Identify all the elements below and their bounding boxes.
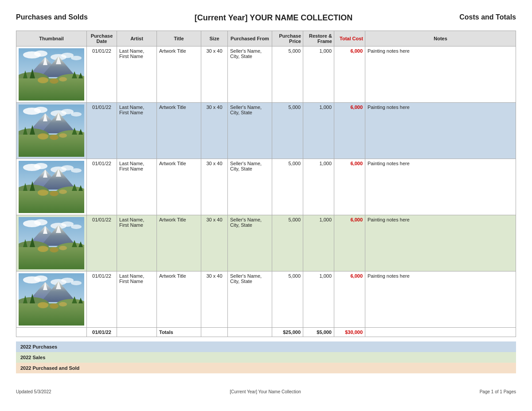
artwork-size: 30 x 40 bbox=[201, 103, 228, 159]
purchase-price: 5,000 bbox=[272, 215, 303, 271]
purchase-price: 5,000 bbox=[272, 271, 303, 328]
totals-date: 01/01/22 bbox=[87, 328, 117, 337]
svg-point-78 bbox=[50, 247, 59, 252]
artist-name: Last Name, First Name bbox=[117, 103, 157, 159]
totals-restore: $5,000 bbox=[303, 328, 334, 337]
totals-total: $30,000 bbox=[334, 328, 365, 337]
purchased-from: Seller's Name, City, State bbox=[228, 159, 272, 215]
header-center: [Current Year] YOUR NAME COLLECTION bbox=[88, 13, 459, 23]
total-cost: 6,000 bbox=[334, 215, 365, 271]
svg-point-18 bbox=[50, 78, 59, 84]
svg-point-59 bbox=[59, 190, 67, 194]
svg-point-38 bbox=[50, 135, 59, 140]
svg-point-77 bbox=[38, 246, 48, 252]
notes: Painting notes here bbox=[365, 215, 516, 271]
totals-from bbox=[228, 328, 272, 337]
svg-point-79 bbox=[59, 246, 67, 250]
purchase-date: 01/01/22 bbox=[87, 103, 117, 159]
purchased-from: Seller's Name, City, State bbox=[228, 47, 272, 103]
col-header-artist: Artist bbox=[117, 31, 157, 47]
col-header-size: Size bbox=[201, 31, 228, 47]
svg-point-65 bbox=[71, 225, 82, 229]
restore-frame: 1,000 bbox=[303, 271, 334, 328]
artist-name: Last Name, First Name bbox=[117, 271, 157, 328]
svg-point-17 bbox=[38, 77, 48, 83]
artwork-size: 30 x 40 bbox=[201, 271, 228, 328]
svg-point-25 bbox=[71, 112, 82, 116]
svg-point-57 bbox=[38, 190, 48, 196]
table-row: 01/01/22 Last Name, First Name Artwork T… bbox=[16, 271, 516, 328]
col-header-price: Purchase Price bbox=[272, 31, 303, 47]
summary-item: 2022 Purchases bbox=[16, 341, 516, 352]
restore-frame: 1,000 bbox=[303, 47, 334, 103]
summary-item: 2022 Purchased and Sold bbox=[16, 363, 516, 373]
artwork-title: Artwork Title bbox=[157, 47, 201, 103]
svg-point-62 bbox=[34, 219, 47, 225]
svg-point-39 bbox=[59, 133, 67, 138]
purchased-from: Seller's Name, City, State bbox=[228, 103, 272, 159]
purchase-price: 5,000 bbox=[272, 47, 303, 103]
purchase-price: 5,000 bbox=[272, 103, 303, 159]
totals-notes bbox=[365, 328, 516, 337]
col-header-thumbnail: Thumbnail bbox=[16, 31, 87, 47]
artwork-size: 30 x 40 bbox=[201, 47, 228, 103]
footer-right: Page 1 of 1 Pages bbox=[480, 389, 516, 394]
col-header-total: Total Cost bbox=[334, 31, 365, 47]
total-cost: 6,000 bbox=[334, 159, 365, 215]
col-header-date: Purchase Date bbox=[87, 31, 117, 47]
total-cost: 6,000 bbox=[334, 103, 365, 159]
thumbnail-cell bbox=[16, 271, 87, 328]
svg-point-99 bbox=[59, 302, 67, 306]
svg-point-22 bbox=[34, 107, 47, 113]
table-row: 01/01/22 Last Name, First Name Artwork T… bbox=[16, 215, 516, 271]
purchase-date: 01/01/22 bbox=[87, 47, 117, 103]
totals-label: Totals bbox=[157, 328, 201, 337]
col-header-restore: Restore & Frame bbox=[303, 31, 334, 47]
total-cost: 6,000 bbox=[334, 47, 365, 103]
table-row: 01/01/22 Last Name, First Name Artwork T… bbox=[16, 103, 516, 159]
artwork-size: 30 x 40 bbox=[201, 159, 228, 215]
svg-point-97 bbox=[38, 302, 48, 308]
artwork-title: Artwork Title bbox=[157, 271, 201, 328]
notes: Painting notes here bbox=[365, 47, 516, 103]
notes: Painting notes here bbox=[365, 103, 516, 159]
thumbnail-cell bbox=[16, 159, 87, 215]
notes: Painting notes here bbox=[365, 159, 516, 215]
svg-point-37 bbox=[38, 133, 48, 140]
purchase-price: 5,000 bbox=[272, 159, 303, 215]
thumbnail-cell bbox=[16, 215, 87, 271]
total-cost: 6,000 bbox=[334, 271, 365, 328]
totals-thumb bbox=[16, 328, 87, 337]
col-header-notes: Notes bbox=[365, 31, 516, 47]
svg-point-2 bbox=[34, 50, 47, 57]
restore-frame: 1,000 bbox=[303, 215, 334, 271]
artwork-title: Artwork Title bbox=[157, 103, 201, 159]
main-table: Thumbnail Purchase Date Artist Title Siz… bbox=[16, 31, 516, 337]
artwork-size: 30 x 40 bbox=[201, 215, 228, 271]
summary-item: 2022 Sales bbox=[16, 352, 516, 363]
artist-name: Last Name, First Name bbox=[117, 47, 157, 103]
table-row: 01/01/22 Last Name, First Name Artwork T… bbox=[16, 159, 516, 215]
purchase-date: 01/01/22 bbox=[87, 215, 117, 271]
thumbnail-cell bbox=[16, 47, 87, 103]
col-header-from: Purchased From bbox=[228, 31, 272, 47]
totals-size bbox=[201, 328, 228, 337]
restore-frame: 1,000 bbox=[303, 159, 334, 215]
purchased-from: Seller's Name, City, State bbox=[228, 215, 272, 271]
svg-point-45 bbox=[71, 168, 82, 173]
svg-point-5 bbox=[71, 56, 82, 60]
totals-price: $25,000 bbox=[272, 328, 303, 337]
svg-point-85 bbox=[71, 281, 82, 285]
totals-row: 01/01/22 Totals $25,000 $5,000 $30,000 bbox=[16, 328, 516, 337]
notes: Painting notes here bbox=[365, 271, 516, 328]
artwork-title: Artwork Title bbox=[157, 215, 201, 271]
totals-artist bbox=[117, 328, 157, 337]
table-row: 01/01/22 Last Name, First Name Artwork T… bbox=[16, 47, 516, 103]
header-left: Purchases and Solds bbox=[16, 13, 88, 21]
col-header-title: Title bbox=[157, 31, 201, 47]
footer-center: [Current Year] Your Name Collection bbox=[230, 389, 301, 394]
summary-section: 2022 Purchases2022 Sales2022 Purchased a… bbox=[16, 341, 516, 373]
purchase-date: 01/01/22 bbox=[87, 159, 117, 215]
artwork-title: Artwork Title bbox=[157, 159, 201, 215]
artist-name: Last Name, First Name bbox=[117, 215, 157, 271]
